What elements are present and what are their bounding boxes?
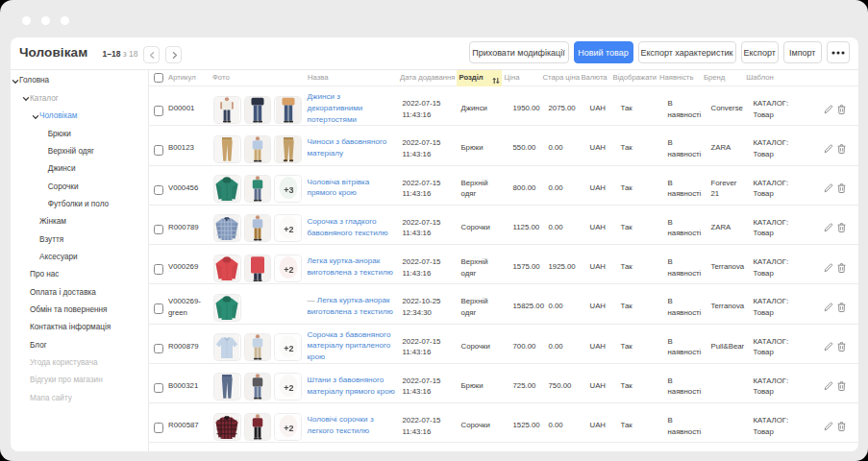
svg-text:+2: +2 xyxy=(284,423,293,432)
svg-text:+2: +2 xyxy=(284,344,293,353)
svg-text:+3: +3 xyxy=(284,185,293,195)
svg-text:+2: +2 xyxy=(284,383,293,393)
svg-text:+2: +2 xyxy=(284,264,293,274)
svg-text:+2: +2 xyxy=(284,225,293,234)
